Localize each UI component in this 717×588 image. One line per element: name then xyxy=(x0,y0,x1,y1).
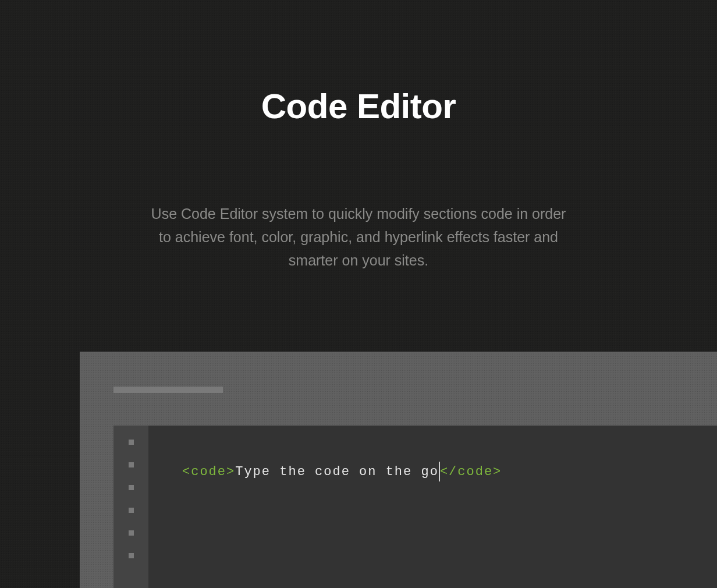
gutter-marker xyxy=(129,485,134,490)
gutter-marker xyxy=(129,462,134,467)
page-title: Code Editor xyxy=(0,86,717,126)
code-text: Type the code on the go xyxy=(235,465,439,479)
gutter-marker xyxy=(129,530,134,536)
gutter-marker xyxy=(129,553,134,558)
editor-tab-bar[interactable] xyxy=(113,387,223,393)
code-body[interactable]: <code>Type the code on the go</code> xyxy=(148,426,717,588)
gutter-marker xyxy=(129,508,134,513)
code-area: <code>Type the code on the go</code> xyxy=(113,426,717,588)
line-gutter xyxy=(113,426,148,588)
hero-section: Code Editor Use Code Editor system to qu… xyxy=(0,0,717,272)
gutter-marker xyxy=(129,440,134,445)
editor-frame: <code>Type the code on the go</code> xyxy=(80,352,717,588)
page-description: Use Code Editor system to quickly modify… xyxy=(149,202,568,272)
code-close-tag: </code> xyxy=(440,465,502,479)
page: Code Editor Use Code Editor system to qu… xyxy=(0,0,717,588)
code-open-tag: <code> xyxy=(182,465,235,479)
code-line[interactable]: <code>Type the code on the go</code> xyxy=(182,462,717,481)
